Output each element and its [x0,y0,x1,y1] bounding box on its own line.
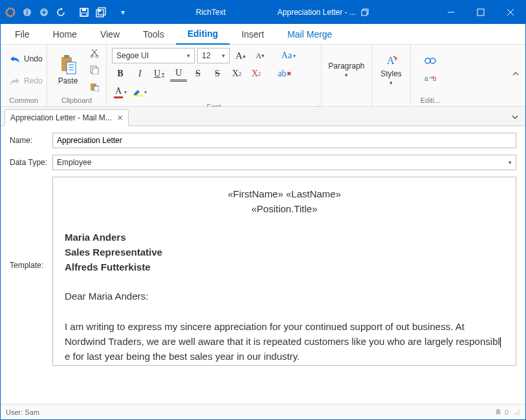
menu-insert[interactable]: Insert [230,24,276,45]
qat-dropdown-icon[interactable]: ▾ [117,6,129,18]
svg-rect-5 [82,8,86,11]
styles-button[interactable]: A Styles ▾ [376,47,406,93]
copy-button[interactable] [87,63,102,76]
info-icon[interactable]: i [21,6,33,18]
menu-mail-merge[interactable]: Mail Merge [276,24,344,45]
highlight-button[interactable]: ▾ [131,84,148,100]
svg-rect-27 [94,86,99,91]
change-case-button[interactable]: Aa▾ [280,48,297,63]
svg-point-35 [518,410,520,411]
save-icon[interactable] [78,6,90,18]
menubar: File Home View Tools Editing Insert Mail… [1,24,525,45]
paste-special-icon [90,82,99,91]
statusbar: User: Sam 0 [1,404,525,419]
svg-point-36 [516,412,518,413]
svg-point-0 [6,8,14,16]
menu-editing[interactable]: Editing [176,24,230,45]
form-area: Name: Data Type: Employee ▾ Template: «F… [1,126,525,372]
titlebar: i ▾ RichText Appreciation Letter - ... [1,1,525,24]
close-button[interactable] [496,1,525,24]
svg-text:b: b [433,75,436,82]
strike-button[interactable]: S [190,66,206,82]
paragraph-button[interactable]: Paragraph ▾ [330,47,364,93]
undo-button[interactable]: Undo [7,51,45,67]
svg-rect-11 [362,10,367,16]
status-user: User: Sam [6,408,39,416]
chevron-down-icon: ▾ [345,72,348,78]
undo-icon [10,55,20,63]
name-label: Name: [10,136,50,145]
paste-icon [59,54,77,75]
ribbon-group-editing: Editi... [411,94,450,106]
minimize-button[interactable] [436,1,466,24]
template-label: Template: [10,261,50,270]
svg-point-30 [425,58,430,63]
underline-button[interactable]: U▾ [151,66,168,82]
paste-special-button[interactable] [87,80,102,93]
find-button[interactable] [424,57,436,66]
svg-text:a: a [424,75,428,82]
svg-rect-18 [67,62,76,74]
ribbon-group-common: Common [1,94,47,106]
grow-font-button[interactable]: A▴ [232,48,249,63]
ribbon: Undo Redo Common Paste Clipboard [1,45,525,107]
restore-small-icon[interactable] [361,8,369,16]
collapse-ribbon-icon[interactable] [511,69,520,78]
cut-button[interactable] [87,47,102,60]
superscript-button[interactable]: X2 [228,66,245,82]
name-input[interactable] [52,133,516,148]
styles-icon: A [384,54,399,68]
svg-point-38 [514,414,516,415]
app-icon [5,6,16,18]
chevron-down-icon: ▾ [509,159,512,166]
paste-button[interactable]: Paste [51,47,85,93]
close-tab-icon[interactable]: ✕ [117,114,123,122]
panel-chevron-icon[interactable] [511,113,519,121]
refresh-icon[interactable] [55,6,67,18]
doc-tab-strip: Appreciation Letter - Mail M... ✕ [1,107,525,126]
maximize-button[interactable] [466,1,496,24]
clear-format-button[interactable]: ab✖ [276,66,293,82]
doc-title: Appreciation Letter - ... [278,8,356,17]
redo-icon [10,77,20,85]
save-all-icon[interactable] [95,6,107,18]
find-icon [424,57,436,66]
data-type-select[interactable]: Employee ▾ [52,155,516,170]
copy-icon [90,65,99,74]
svg-rect-13 [477,9,484,16]
svg-point-40 [518,414,520,415]
menu-view[interactable]: View [89,24,131,45]
svg-text:i: i [27,9,28,16]
chevron-down-icon: ▾ [389,80,393,86]
menu-home[interactable]: Home [41,24,89,45]
svg-point-31 [430,58,435,63]
font-size-combo[interactable]: 12▾ [197,48,230,63]
italic-button[interactable]: I [131,66,148,82]
svg-rect-25 [93,68,98,74]
replace-button[interactable]: ab [424,74,436,83]
svg-rect-28 [133,95,143,96]
menu-tools[interactable]: Tools [131,24,176,45]
data-type-label: Data Type: [10,158,50,167]
svg-rect-17 [64,55,69,58]
bold-button[interactable]: B [112,66,129,82]
redo-button: Redo [7,73,45,89]
menu-file[interactable]: File [3,24,41,45]
cut-icon [90,49,99,58]
notification-button[interactable]: 0 [494,408,509,416]
template-editor[interactable]: «FirstName» «LastName» «Position.Title» … [52,177,516,366]
doc-tab[interactable]: Appreciation Letter - Mail M... ✕ [5,109,129,126]
svg-point-39 [516,414,518,415]
download-icon[interactable] [38,6,50,18]
double-strike-button[interactable]: S [209,66,226,82]
text-cursor [500,337,501,348]
shrink-font-button[interactable]: A▾ [252,48,268,63]
font-color-button[interactable]: A▾ [112,84,129,100]
app-title: RichText [196,8,226,17]
font-name-combo[interactable]: Segoe UI▾ [112,48,195,63]
bell-icon [494,408,502,416]
double-underline-button[interactable]: U [170,66,187,82]
resize-grip-icon[interactable] [514,409,520,415]
chevron-down-icon: ▾ [222,52,225,59]
subscript-button[interactable]: X2 [248,66,265,82]
